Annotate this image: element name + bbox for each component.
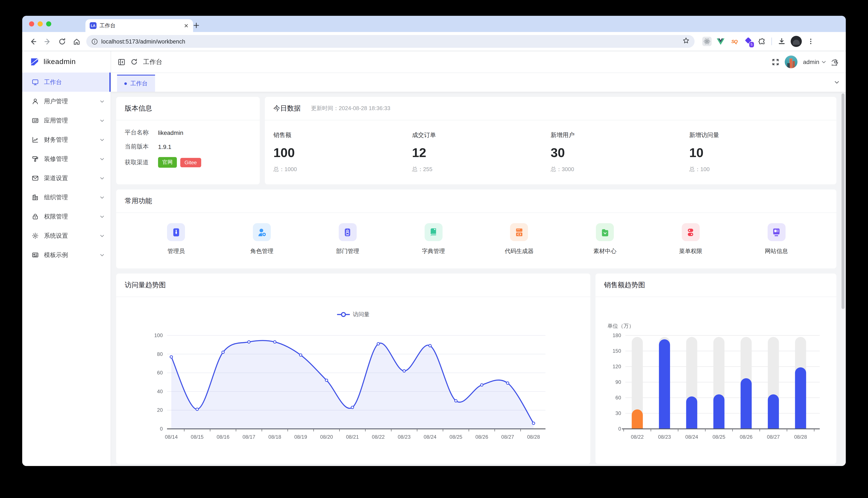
svg-text:08/25: 08/25 <box>450 434 462 440</box>
tabbar-chevron-down-icon[interactable] <box>834 79 840 86</box>
browser-menu-icon[interactable] <box>806 37 815 46</box>
quick-item-label: 管理员 <box>167 248 185 255</box>
sidebar-item-label: 组织管理 <box>44 194 94 201</box>
department-icon <box>339 223 357 241</box>
stat-value: 10 <box>689 145 828 160</box>
content-scrollbar[interactable] <box>842 93 844 309</box>
template-icon <box>31 251 39 259</box>
sidebar-item-模板示例[interactable]: 模板示例 <box>22 245 111 265</box>
stat-新增用户: 新增用户30总：3000 <box>551 131 689 173</box>
address-bar[interactable]: localhost:5173/admin/workbench <box>86 35 694 48</box>
page-tab-workbench[interactable]: 工作台 <box>117 75 155 92</box>
maximize-window-button[interactable] <box>46 21 51 26</box>
browser-window: LA 工作台 ✕ localhost:517 <box>22 16 846 466</box>
chevron-down-icon <box>100 99 105 104</box>
react-devtools-icon[interactable] <box>702 37 712 46</box>
sidebar-item-label: 渠道设置 <box>44 174 94 182</box>
tab-close-icon[interactable]: ✕ <box>183 22 190 29</box>
active-tab-dot <box>124 82 127 85</box>
sidebar-item-用户管理[interactable]: 用户管理 <box>22 92 111 111</box>
sidebar-item-系统设置[interactable]: 系统设置 <box>22 226 111 245</box>
version-row-label: 平台名称 <box>125 129 158 136</box>
svg-text:08/22: 08/22 <box>372 434 385 440</box>
quick-card-title: 常用功能 <box>116 189 837 213</box>
sidebar-item-财务管理[interactable]: 财务管理 <box>22 130 111 149</box>
stat-label: 成交订单 <box>412 131 551 139</box>
quick-item-label: 角色管理 <box>250 248 273 255</box>
sidebar-item-组织管理[interactable]: 组织管理 <box>22 188 111 207</box>
sidebar-item-label: 装修管理 <box>44 155 94 163</box>
quick-item-label: 菜单权限 <box>679 248 702 255</box>
extensions-row: SQ 5 <box>702 36 815 47</box>
chevron-down-icon <box>100 233 105 238</box>
svg-text:90: 90 <box>615 379 621 385</box>
tab-title: 工作台 <box>100 22 180 29</box>
quick-item-菜单权限[interactable]: 菜单权限 <box>648 223 733 255</box>
close-window-button[interactable] <box>29 21 34 26</box>
channel-tag-Gitee[interactable]: Gitee <box>180 158 201 167</box>
browser-tab[interactable]: LA 工作台 ✕ <box>86 19 193 32</box>
reload-button[interactable] <box>55 35 68 48</box>
forward-button[interactable] <box>41 35 54 48</box>
sidebar-item-label: 用户管理 <box>44 97 94 105</box>
line-chart-svg: 02040608010008/1408/1508/1608/1708/1808/… <box>116 297 589 464</box>
svg-text:08/28: 08/28 <box>527 434 540 440</box>
menu-perm-icon <box>682 223 700 241</box>
sidebar-item-label: 权限管理 <box>44 213 94 220</box>
admin-badge-icon <box>167 223 185 241</box>
back-button[interactable] <box>26 35 39 48</box>
quick-item-角色管理[interactable]: 角色管理 <box>219 223 305 255</box>
username-dropdown[interactable]: admin <box>803 58 826 65</box>
sidebar-item-装修管理[interactable]: 装修管理 <box>22 149 111 169</box>
browser-profile-avatar[interactable] <box>791 36 802 47</box>
new-tab-button[interactable] <box>191 19 202 31</box>
bookmark-star-icon[interactable] <box>682 37 689 45</box>
breadcrumb: 工作台 <box>143 58 162 66</box>
sidebar-item-label: 模板示例 <box>44 251 94 259</box>
svg-text:08/16: 08/16 <box>217 434 229 440</box>
svg-text:60: 60 <box>615 395 621 401</box>
stat-total: 总：255 <box>412 166 551 173</box>
app-logo[interactable]: likeadmin <box>22 51 111 73</box>
chevron-down-icon <box>100 118 105 123</box>
url-text[interactable]: localhost:5173/admin/workbench <box>101 38 185 44</box>
channel-icon <box>31 174 39 182</box>
sidebar-item-渠道设置[interactable]: 渠道设置 <box>22 169 111 188</box>
tab-favicon: LA <box>90 22 97 29</box>
chevron-down-icon <box>821 60 826 64</box>
username-text: admin <box>803 58 819 65</box>
sidebar-item-应用管理[interactable]: 应用管理 <box>22 111 111 130</box>
settings-gear-icon[interactable] <box>832 58 839 66</box>
channel-tag-官网[interactable]: 官网 <box>158 157 177 168</box>
collapse-sidebar-icon[interactable] <box>118 58 125 66</box>
sidebar-item-权限管理[interactable]: 权限管理 <box>22 207 111 226</box>
quick-item-素材中心[interactable]: 素材中心 <box>562 223 648 255</box>
quick-item-label: 网站信息 <box>765 248 788 255</box>
extensions-puzzle-icon[interactable] <box>757 37 766 46</box>
sq-extension-icon[interactable]: SQ <box>730 37 739 46</box>
fullscreen-icon[interactable] <box>772 58 779 66</box>
quick-item-部门管理[interactable]: 部门管理 <box>305 223 391 255</box>
dict-book-icon <box>424 223 442 241</box>
quick-item-字典管理[interactable]: 字典管理 <box>391 223 476 255</box>
quick-item-代码生成器[interactable]: 代码生成器 <box>476 223 562 255</box>
sidebar-item-工作台[interactable]: 工作台 <box>22 73 111 92</box>
downloads-icon[interactable] <box>777 37 787 46</box>
likeadmin-logo-icon <box>30 57 39 67</box>
version-info-card: 版本信息 平台名称likeadmin当前版本1.9.1获取渠道官网Gitee <box>116 97 260 184</box>
purple-extension-icon[interactable]: 5 <box>743 37 753 46</box>
app-icon <box>31 117 39 124</box>
user-avatar[interactable] <box>785 55 797 68</box>
version-card-title: 版本信息 <box>116 97 260 120</box>
svg-text:08/23: 08/23 <box>398 434 410 440</box>
minimize-window-button[interactable] <box>38 21 43 26</box>
refresh-page-icon[interactable] <box>131 58 138 65</box>
sidebar-item-label: 应用管理 <box>44 117 94 124</box>
site-info-icon[interactable] <box>91 38 98 44</box>
vue-devtools-icon[interactable] <box>716 37 725 46</box>
quick-item-网站信息[interactable]: 网站信息 <box>733 223 819 255</box>
home-button[interactable] <box>70 35 83 48</box>
site-info-icon <box>767 223 786 241</box>
quick-item-管理员[interactable]: 管理员 <box>133 223 219 255</box>
screen: LA 工作台 ✕ localhost:517 <box>0 0 868 498</box>
